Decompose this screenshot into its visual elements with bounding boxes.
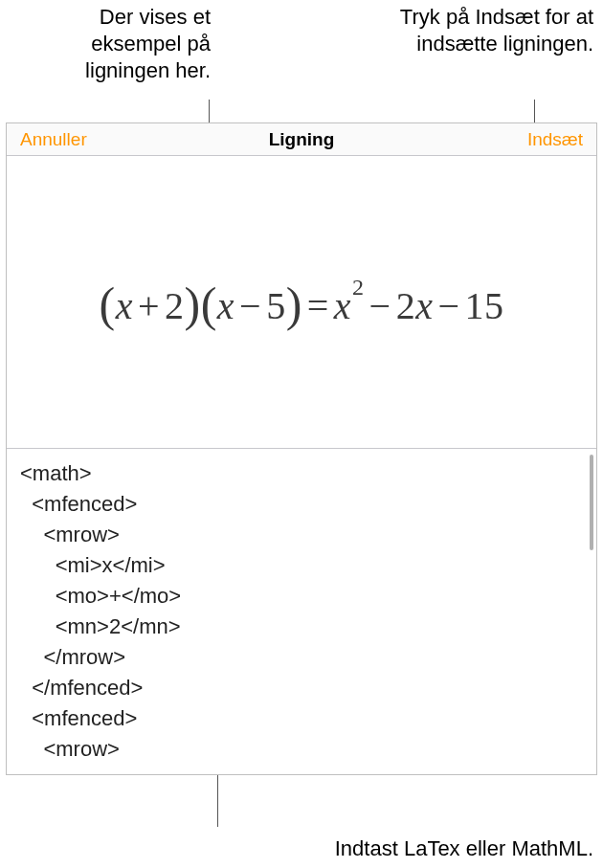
equation-preview-content: (x+2)(x−5)=x2−2x−15 [100, 275, 504, 330]
equation-part: − [234, 284, 266, 327]
equation-preview: (x+2)(x−5)=x2−2x−15 [7, 156, 596, 449]
equation-part: 15 [465, 284, 504, 327]
dialog-toolbar: Annuller Ligning Indsæt [7, 123, 596, 156]
scrollbar-thumb[interactable] [590, 455, 593, 550]
editor-scrollbar[interactable] [590, 455, 593, 550]
equation-part: x [334, 284, 351, 327]
dialog-title: Ligning [7, 129, 596, 150]
insert-button[interactable]: Indsæt [527, 129, 583, 150]
equation-part: 2 [351, 275, 365, 300]
equation-part: x [116, 284, 133, 327]
equation-part: x [415, 284, 433, 327]
equation-part: ( [100, 278, 116, 331]
equation-part: ) [286, 278, 302, 331]
equation-part: 2 [165, 284, 185, 327]
equation-part: 2 [396, 284, 416, 327]
callout-insert-label: Tryk på Indsæt for at indsætte ligningen… [383, 4, 593, 57]
equation-part: x [217, 284, 234, 327]
equation-part: + [133, 284, 165, 327]
equation-part: − [365, 284, 396, 327]
equation-part: ) [184, 278, 200, 331]
mathml-input[interactable]: <math> <mfenced> <mrow> <mi>x</mi> <mo>+… [7, 449, 596, 774]
callout-input-label: Indtast LaTex eller MathML. [268, 835, 593, 862]
equation-part: − [433, 284, 464, 327]
cancel-button[interactable]: Annuller [20, 129, 87, 150]
equation-part: = [302, 284, 334, 327]
equation-dialog: Annuller Ligning Indsæt (x+2)(x−5)=x2−2x… [6, 122, 597, 775]
callout-preview-label: Der vises et eksempel på ligningen her. [10, 4, 211, 84]
equation-part: ( [201, 278, 217, 331]
editor-area: <math> <mfenced> <mrow> <mi>x</mi> <mo>+… [7, 449, 596, 774]
equation-part: 5 [266, 284, 286, 327]
